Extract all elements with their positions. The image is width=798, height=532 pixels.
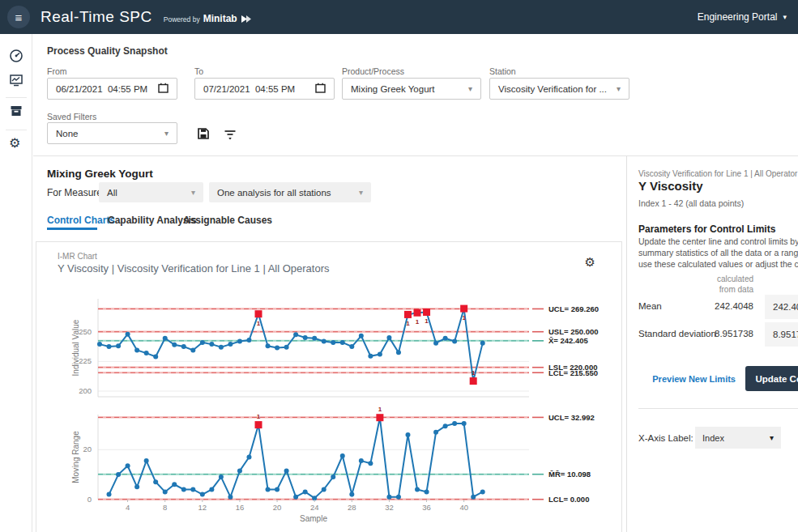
svg-text:1: 1 xyxy=(472,369,476,377)
from-label: From xyxy=(47,66,67,76)
svg-text:Moving Range: Moving Range xyxy=(71,431,80,483)
preview-new-limits-link[interactable]: Preview New Limits xyxy=(638,374,736,384)
sidebar-divider xyxy=(6,97,27,98)
chevron-down-icon: ▾ xyxy=(191,188,195,197)
svg-text:M̄R̄= 10.098: M̄R̄= 10.098 xyxy=(548,470,591,479)
calendar-icon[interactable] xyxy=(147,73,169,104)
saved-filters-dropdown[interactable]: None ▾ xyxy=(47,122,177,144)
svg-text:250: 250 xyxy=(79,327,92,336)
panel-section-divider xyxy=(638,408,798,409)
panel-subtitle: Viscosity Verification for Line 1 | All … xyxy=(638,169,797,178)
svg-text:32: 32 xyxy=(385,503,394,512)
settings-gear-icon[interactable]: ⚙ xyxy=(9,136,23,151)
svg-text:1: 1 xyxy=(462,314,466,321)
svg-text:20: 20 xyxy=(273,503,282,512)
svg-text:24: 24 xyxy=(310,503,319,512)
calendar-icon[interactable] xyxy=(305,73,326,104)
svg-text:36: 36 xyxy=(422,503,431,512)
update-control-limits-button[interactable]: Update Control Limits xyxy=(745,366,798,391)
powered-by-label: Powered by xyxy=(164,15,200,23)
minitab-logo-icon xyxy=(241,12,252,27)
svg-text:1: 1 xyxy=(257,413,261,420)
minitab-brand: Minitab xyxy=(203,13,237,24)
app-header: ≡ Real-Time SPC Powered by Minitab Engin… xyxy=(0,0,798,34)
app-title: Real-Time SPC xyxy=(41,8,152,26)
chevron-down-icon: ▾ xyxy=(783,13,787,21)
svg-text:8: 8 xyxy=(163,503,167,512)
filter-icon[interactable] xyxy=(224,128,237,141)
left-sidebar: ⚙ xyxy=(0,34,32,532)
for-measure-label: For Measure: xyxy=(47,187,105,198)
svg-text:Sample: Sample xyxy=(300,514,327,523)
svg-text:1: 1 xyxy=(406,320,410,327)
panel-divider xyxy=(626,156,627,532)
svg-text:1: 1 xyxy=(257,320,261,327)
svg-text:20: 20 xyxy=(83,445,92,453)
portal-dropdown[interactable]: Engineering Portal ▾ xyxy=(698,0,787,34)
panel-description-line: Update the center line and control limit… xyxy=(638,236,798,247)
svg-text:200: 200 xyxy=(79,386,92,395)
dashboard-gauge-icon[interactable] xyxy=(9,49,23,63)
active-tab-underline xyxy=(47,228,97,230)
chart-type-label: I-MR Chart xyxy=(58,252,97,261)
svg-text:40: 40 xyxy=(459,503,468,512)
svg-text:UCL= 32.992: UCL= 32.992 xyxy=(548,413,595,422)
svg-text:Individual Value: Individual Value xyxy=(71,319,80,376)
svg-text:USL= 250.000: USL= 250.000 xyxy=(548,327,599,336)
menu-icon[interactable]: ≡ xyxy=(7,6,30,28)
saved-filters-label: Saved Filters xyxy=(47,112,96,121)
chart-settings-gear-icon[interactable]: ⚙ xyxy=(585,255,595,270)
svg-text:4: 4 xyxy=(126,503,130,512)
station-label: Station xyxy=(489,66,516,76)
product-process-label: Product/Process xyxy=(342,66,404,76)
station-dropdown[interactable]: Viscosity Verification for ... ▾ xyxy=(489,78,629,100)
imr-chart-card: I-MR Chart Y Viscosity | Viscosity Verif… xyxy=(36,241,622,532)
tab-control-charts[interactable]: Control Charts xyxy=(47,215,115,226)
chevron-down-icon: ▾ xyxy=(770,433,774,442)
svg-text:UCL= 269.260: UCL= 269.260 xyxy=(548,304,599,313)
chevron-down-icon: ▾ xyxy=(164,129,169,138)
panel-description-line: summary statistics of all the data or a … xyxy=(638,247,798,258)
svg-text:1: 1 xyxy=(425,317,429,325)
chart-title: Y Viscosity | Viscosity Verification for… xyxy=(58,262,330,275)
monitor-chart-icon[interactable] xyxy=(9,73,23,87)
product-process-dropdown[interactable]: Mixing Greek Yogurt ▾ xyxy=(342,78,481,100)
sd-input[interactable] xyxy=(765,322,798,347)
sidebar-divider xyxy=(6,130,27,130)
chevron-down-icon: ▾ xyxy=(617,84,621,93)
panel-description-line: use these calculated values or adjust th… xyxy=(638,258,798,270)
analysis-dropdown[interactable]: One analysis for all stations ▾ xyxy=(209,182,371,202)
real-time-spc-app: { "header": { "title": "Real-Time SPC", … xyxy=(0,0,798,532)
svg-text:1: 1 xyxy=(378,406,382,413)
sd-calculated-value: 8.951738 xyxy=(638,329,753,338)
svg-text:1: 1 xyxy=(416,318,420,326)
svg-text:225: 225 xyxy=(79,356,92,365)
svg-text:LCL= 0.000: LCL= 0.000 xyxy=(548,495,589,504)
imr-chart-svg: 250225200111111UCL= 269.260USL= 250.000X… xyxy=(36,287,621,532)
panel-index-info: Index 1 - 42 (all data points) xyxy=(638,198,744,208)
chevron-down-icon: ▾ xyxy=(468,84,472,93)
mean-calculated-value: 242.4048 xyxy=(638,301,753,311)
panel-title: Y Viscosity xyxy=(638,179,703,193)
from-date-input[interactable]: 06/21/2021 04:55 PM xyxy=(47,78,177,100)
x-axis-label: X-Axis Label: xyxy=(638,433,693,443)
svg-text:X̄= 242.405: X̄= 242.405 xyxy=(548,336,589,345)
archive-box-icon[interactable] xyxy=(9,104,23,118)
measure-dropdown[interactable]: All ▾ xyxy=(99,182,203,202)
calculated-from-data-header: calculated from data xyxy=(638,274,753,295)
save-filter-icon[interactable] xyxy=(197,127,210,140)
x-axis-dropdown[interactable]: Index ▾ xyxy=(695,427,781,449)
section-divider xyxy=(33,155,798,156)
svg-text:0: 0 xyxy=(87,495,92,504)
svg-text:16: 16 xyxy=(236,503,245,512)
chevron-down-icon: ▾ xyxy=(359,188,363,197)
panel-section-title: Parameters for Control Limits xyxy=(638,223,775,235)
to-date-input[interactable]: 07/21/2021 04:55 PM xyxy=(194,78,335,100)
process-title: Mixing Greek Yogurt xyxy=(47,168,153,180)
svg-text:LCL= 215.550: LCL= 215.550 xyxy=(548,368,598,377)
svg-text:12: 12 xyxy=(198,503,207,512)
to-label: To xyxy=(194,66,203,76)
tab-assignable-causes[interactable]: Assignable Causes xyxy=(183,215,272,226)
svg-text:28: 28 xyxy=(348,503,356,512)
mean-input[interactable] xyxy=(765,295,798,319)
